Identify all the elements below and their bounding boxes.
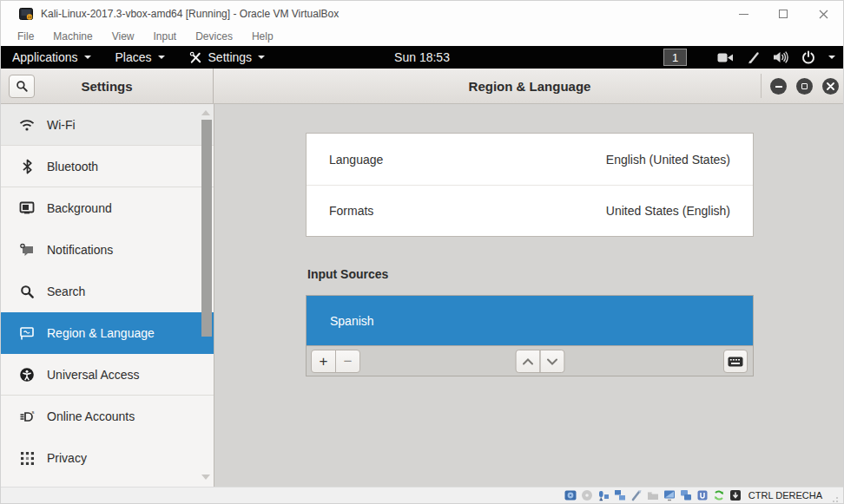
window-title: Kali-Linux-2017.3-vbox-amd64 [Running] -… <box>41 8 339 20</box>
headerbar: Settings Region & Language <box>1 69 844 104</box>
sidebar-item-universal-access[interactable]: Universal Access <box>1 354 214 396</box>
sidebar-item-background[interactable]: Background <box>1 187 214 229</box>
sidebar-item-privacy[interactable]: Privacy <box>1 437 214 479</box>
settings-app-menu[interactable]: Settings <box>189 50 266 64</box>
input-sources-list: Spanish + − <box>306 295 754 376</box>
remove-input-source-button[interactable]: − <box>335 350 360 373</box>
background-icon <box>19 200 35 216</box>
region-flag-icon <box>19 325 35 341</box>
hdd-icon[interactable] <box>564 488 577 502</box>
menu-input[interactable]: Input <box>144 30 187 43</box>
sidebar-item-online-accounts[interactable]: s Online Accounts <box>1 396 214 437</box>
audio-icon[interactable] <box>597 488 610 502</box>
features-icon[interactable] <box>696 488 709 502</box>
formats-label: Formats <box>329 204 373 218</box>
svg-text:s: s <box>32 409 35 415</box>
mouse-integration-icon[interactable] <box>712 488 726 502</box>
vbox-statusbar: CTRL DERECHA <box>1 487 843 503</box>
region-language-panel: Language English (United States) Formats… <box>214 104 844 488</box>
window-maximize-button[interactable] <box>796 78 813 95</box>
places-menu[interactable]: Places <box>115 50 165 64</box>
search-icon <box>16 80 29 93</box>
close-icon[interactable] <box>803 1 843 27</box>
bluetooth-icon <box>19 159 35 174</box>
sidebar-scrollbar[interactable] <box>201 106 213 487</box>
scroll-down-icon[interactable] <box>201 475 210 480</box>
caret-down-icon <box>84 56 91 59</box>
close-icon <box>827 82 834 90</box>
search-button[interactable] <box>9 75 35 98</box>
host-key-label: CTRL DERECHA <box>748 490 822 501</box>
keyboard-icon <box>728 357 743 367</box>
window-controls <box>723 1 843 27</box>
input-sources-toolbar: + − <box>307 345 753 376</box>
display-icon[interactable] <box>663 488 676 502</box>
keyboard-capture-icon[interactable] <box>729 488 742 502</box>
language-formats-card: Language English (United States) Formats… <box>306 133 754 237</box>
gnome-topbar: Applications Places Settings Sun 18:53 1 <box>1 46 843 69</box>
svg-text:24: 24 <box>28 15 32 19</box>
sidebar-item-search[interactable]: Search <box>1 271 214 312</box>
menu-view[interactable]: View <box>102 30 144 43</box>
menu-devices[interactable]: Devices <box>186 30 242 43</box>
window-minimize-button[interactable] <box>770 78 787 95</box>
caret-down-icon <box>258 56 265 59</box>
language-label: Language <box>329 153 383 167</box>
vm-icon: 24 <box>19 8 34 21</box>
sidebar-item-region-language[interactable]: Region & Language <box>1 312 214 354</box>
online-accounts-icon: s <box>19 409 35 424</box>
vbox-menubar: File Machine View Input Devices Help <box>1 27 843 46</box>
caret-down-icon <box>158 56 165 59</box>
usb-icon[interactable] <box>630 488 643 502</box>
formats-value: United States (English) <box>606 204 730 218</box>
menu-machine[interactable]: Machine <box>43 30 102 43</box>
sidebar-header: Settings <box>1 69 214 103</box>
chevron-down-icon <box>547 358 558 365</box>
content-header: Region & Language <box>214 69 844 103</box>
caret-down-icon[interactable] <box>828 56 835 59</box>
clock[interactable]: Sun 18:53 <box>394 46 450 69</box>
formats-row[interactable]: Formats United States (English) <box>307 185 753 236</box>
privacy-icon <box>19 450 35 466</box>
input-source-item-spanish[interactable]: Spanish <box>307 296 753 345</box>
optical-disc-icon[interactable] <box>580 488 594 502</box>
power-icon[interactable] <box>801 50 815 64</box>
recording-icon[interactable] <box>679 488 693 502</box>
menu-file[interactable]: File <box>8 30 43 43</box>
network-icon[interactable] <box>613 488 627 502</box>
window-close-button[interactable] <box>822 78 839 95</box>
settings-sidebar: Wi-Fi Bluetooth Background Notifications <box>1 104 214 488</box>
titlebar: 24 Kali-Linux-2017.3-vbox-amd64 [Running… <box>1 1 843 27</box>
sidebar-item-wifi[interactable]: Wi-Fi <box>1 104 214 146</box>
shared-folders-icon[interactable] <box>646 488 660 502</box>
page-title: Region & Language <box>214 69 844 103</box>
universal-access-icon <box>19 367 35 383</box>
pen-icon[interactable] <box>747 51 760 64</box>
scrollbar-thumb[interactable] <box>201 120 212 337</box>
show-keyboard-layout-button[interactable] <box>723 350 748 373</box>
screencast-icon[interactable] <box>717 52 734 63</box>
volume-icon[interactable] <box>773 51 788 63</box>
resize-grip[interactable] <box>830 493 839 503</box>
chevron-up-icon <box>523 358 534 365</box>
input-sources-heading: Input Sources <box>307 267 388 281</box>
workspace-indicator[interactable]: 1 <box>663 49 687 66</box>
settings-window: Settings Region & Language <box>1 69 844 488</box>
add-input-source-button[interactable]: + <box>311 350 336 373</box>
notifications-icon <box>19 242 35 258</box>
minimize-icon[interactable] <box>723 1 763 27</box>
search-icon <box>19 284 35 299</box>
sidebar-item-bluetooth[interactable]: Bluetooth <box>1 146 214 187</box>
virtualbox-window: 24 Kali-Linux-2017.3-vbox-amd64 [Running… <box>0 0 844 504</box>
language-value: English (United States) <box>606 153 730 167</box>
wifi-icon <box>19 117 35 133</box>
move-up-button[interactable] <box>516 350 541 373</box>
sidebar-item-notifications[interactable]: Notifications <box>1 229 214 271</box>
maximize-icon[interactable] <box>763 1 803 27</box>
applications-menu[interactable]: Applications <box>12 50 91 64</box>
menu-help[interactable]: Help <box>242 30 283 43</box>
settings-tools-icon <box>189 51 202 64</box>
move-down-button[interactable] <box>540 350 565 373</box>
language-row[interactable]: Language English (United States) <box>307 134 753 185</box>
scroll-up-icon[interactable] <box>201 110 210 115</box>
